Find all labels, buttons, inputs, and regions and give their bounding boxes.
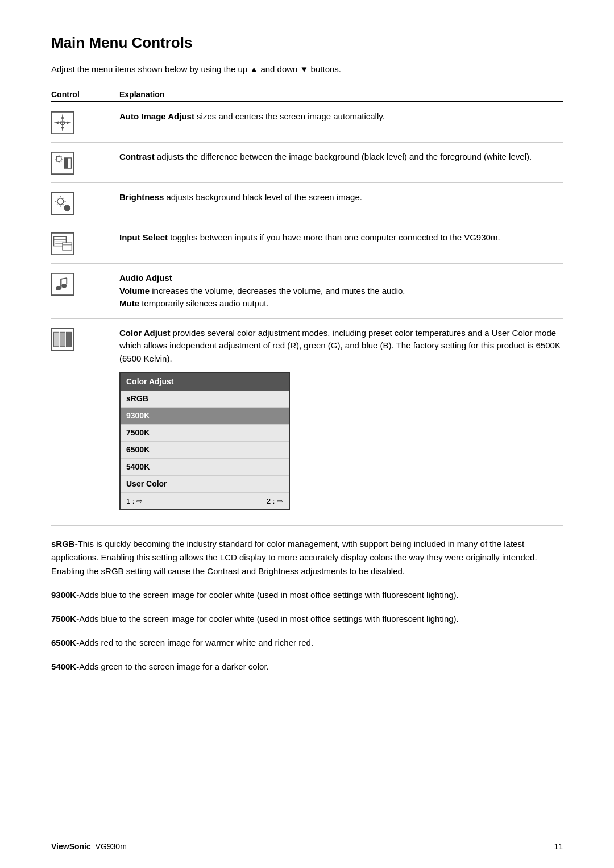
controls-table: Control Explanation A <box>51 90 563 526</box>
icon-cell-auto-image <box>51 110 119 134</box>
icon-cell-color-adjust <box>51 327 119 351</box>
brightness-text: Brightness adjusts background black leve… <box>119 192 362 202</box>
contrast-icon <box>51 152 74 175</box>
text-cell-audio-adjust: Audio Adjust Volume increases the volume… <box>119 272 563 310</box>
svg-point-43 <box>61 284 67 288</box>
svg-rect-36 <box>63 243 72 250</box>
svg-marker-4 <box>61 127 64 130</box>
svg-marker-3 <box>61 115 64 118</box>
text-cell-brightness: Brightness adjusts background black leve… <box>119 191 563 204</box>
color-adjust-footer: 1 : ⇨ 2 : ⇨ <box>121 493 289 509</box>
table-row: Color Adjust provides several color adju… <box>51 319 563 526</box>
svg-rect-8 <box>52 152 73 174</box>
svg-point-39 <box>56 286 61 290</box>
svg-marker-6 <box>67 121 69 124</box>
table-row: Audio Adjust Volume increases the volume… <box>51 264 563 319</box>
6500k-description: 6500K-Adds red to the screen image for w… <box>51 636 563 650</box>
svg-point-30 <box>64 205 70 211</box>
svg-line-17 <box>56 161 57 161</box>
col-explanation-header: Explanation <box>119 90 563 99</box>
contrast-text: Contrast adjusts the difference between … <box>119 152 532 161</box>
footer-nav-right: 2 : ⇨ <box>267 496 283 507</box>
brightness-icon <box>51 192 74 215</box>
audio-adjust-icon <box>51 273 74 296</box>
footer-brand: ViewSonic <box>51 842 91 851</box>
audio-volume-text: Volume increases the volume, decreases t… <box>119 286 405 296</box>
page-container: Main Menu Controls Adjust the menu items… <box>0 0 614 718</box>
svg-line-27 <box>63 204 64 205</box>
audio-mute-text: Mute temporarily silences audio output. <box>119 298 269 308</box>
input-select-icon <box>51 232 74 255</box>
text-cell-contrast: Contrast adjusts the difference between … <box>119 151 563 164</box>
col-control-header: Control <box>51 90 119 99</box>
page-footer: ViewSonic VG930m 11 <box>51 836 563 851</box>
text-cell-auto-image: Auto Image Adjust sizes and centers the … <box>119 110 563 123</box>
input-select-text: Input Select toggles between inputs if y… <box>119 232 500 242</box>
5400k-description: 5400K-Adds green to the screen image for… <box>51 660 563 674</box>
srgb-description: sRGB-This is quickly becoming the indust… <box>51 537 563 578</box>
footer-page-number: 11 <box>554 842 563 851</box>
9300k-description: 9300K-Adds blue to the screen image for … <box>51 588 563 602</box>
svg-point-9 <box>56 156 61 161</box>
icon-cell-brightness <box>51 191 119 215</box>
icon-cell-contrast <box>51 151 119 175</box>
page-title: Main Menu Controls <box>51 34 563 52</box>
icon-cell-audio-adjust <box>51 272 119 296</box>
svg-rect-19 <box>65 158 68 168</box>
text-cell-input-select: Input Select toggles between inputs if y… <box>119 231 563 244</box>
color-adjust-menu-title: Color Adjust <box>121 373 289 391</box>
color-adjust-item-5400k[interactable]: 5400K <box>121 459 289 476</box>
table-row: Input Select toggles between inputs if y… <box>51 223 563 264</box>
svg-rect-46 <box>60 332 65 346</box>
color-adjust-item-srgb[interactable]: sRGB <box>121 391 289 408</box>
table-header: Control Explanation <box>51 90 563 102</box>
color-adjust-menu: Color Adjust sRGB 9300K 7500K 6500K 5400… <box>119 372 290 510</box>
table-row: Auto Image Adjust sizes and centers the … <box>51 102 563 143</box>
color-adjust-description: Color Adjust provides several color adju… <box>119 327 563 366</box>
svg-rect-45 <box>54 332 59 346</box>
footer-model: VG930m <box>96 842 127 851</box>
svg-line-16 <box>61 156 61 157</box>
auto-image-text: Auto Image Adjust sizes and centers the … <box>119 111 385 121</box>
svg-line-15 <box>61 161 61 161</box>
text-cell-color-adjust: Color Adjust provides several color adju… <box>119 327 563 517</box>
color-adjust-item-user-color[interactable]: User Color <box>121 476 289 493</box>
footer-brand-model: ViewSonic VG930m <box>51 842 127 851</box>
svg-line-41 <box>61 278 67 279</box>
color-adjust-item-7500k[interactable]: 7500K <box>121 425 289 442</box>
color-adjust-item-6500k[interactable]: 6500K <box>121 442 289 459</box>
footer-nav-left: 1 : ⇨ <box>126 496 143 507</box>
svg-rect-47 <box>66 332 71 346</box>
svg-line-14 <box>56 156 57 157</box>
svg-line-26 <box>57 198 57 198</box>
svg-point-21 <box>57 198 64 205</box>
color-adjust-icon <box>51 328 74 351</box>
svg-line-29 <box>57 204 57 205</box>
icon-cell-input-select <box>51 231 119 255</box>
color-adjust-item-9300k[interactable]: 9300K <box>121 408 289 425</box>
audio-adjust-label: Audio Adjust <box>119 273 172 283</box>
svg-marker-5 <box>55 121 58 124</box>
svg-line-28 <box>63 198 64 198</box>
auto-image-adjust-icon <box>51 111 74 134</box>
7500k-description: 7500K-Adds blue to the screen image for … <box>51 612 563 626</box>
intro-text: Adjust the menu items shown below by usi… <box>51 64 563 74</box>
table-row: Brightness adjusts background black leve… <box>51 183 563 223</box>
table-row: Contrast adjusts the difference between … <box>51 143 563 183</box>
